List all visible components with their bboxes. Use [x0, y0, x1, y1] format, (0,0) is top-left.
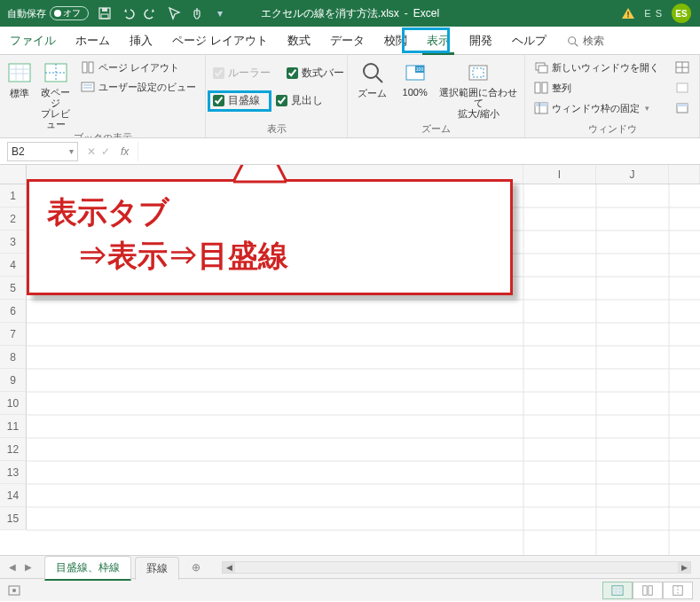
row-header-14[interactable]: 14 — [0, 484, 27, 507]
headings-checkbox-label: 見出し — [291, 93, 323, 108]
horizontal-scrollbar[interactable]: ◀ ▶ — [222, 561, 691, 574]
tab-page-layout[interactable]: ページ レイアウト — [162, 27, 278, 54]
autosave-pill[interactable]: オフ — [50, 6, 89, 20]
add-sheet-button[interactable]: ⊕ — [183, 559, 209, 575]
tab-view[interactable]: 表示 — [417, 27, 460, 54]
row-header-10[interactable]: 10 — [0, 392, 27, 415]
gridlines-checkbox-input[interactable] — [213, 95, 224, 106]
touch-icon[interactable] — [190, 6, 204, 20]
row-header-1[interactable]: 1 — [0, 184, 27, 207]
account-avatar[interactable]: ES — [672, 4, 691, 23]
row-header-8[interactable]: 8 — [0, 346, 27, 369]
svg-rect-67 — [643, 585, 647, 595]
row-header-11[interactable]: 11 — [0, 415, 27, 438]
row-header-7[interactable]: 7 — [0, 323, 27, 346]
formula-bar-checkbox[interactable]: 数式バー — [285, 64, 346, 82]
freeze-panes-button[interactable]: ウィンドウ枠の固定 ▾ — [531, 99, 663, 117]
column-header-j[interactable]: J — [596, 165, 669, 184]
save-icon[interactable] — [98, 6, 112, 20]
formula-input[interactable] — [138, 142, 700, 161]
scroll-right-icon[interactable]: ▶ — [678, 562, 690, 573]
scroll-left-icon[interactable]: ◀ — [223, 562, 235, 573]
row-header-13[interactable]: 13 — [0, 461, 27, 484]
unhide-window-button[interactable] — [672, 99, 693, 117]
ruler-checkbox-input — [213, 67, 224, 79]
row-header-12[interactable]: 12 — [0, 438, 27, 461]
chevron-down-icon[interactable]: ▾ — [69, 146, 74, 156]
svg-rect-29 — [535, 82, 540, 93]
svg-rect-25 — [469, 66, 487, 80]
group-workbook-views: 標準 改ページプレビュー ページ レイアウト — [0, 55, 206, 137]
tab-insert[interactable]: 挿入 — [120, 27, 162, 54]
tab-help[interactable]: ヘルプ — [502, 27, 556, 54]
search-icon — [567, 35, 579, 48]
hide-window-button[interactable] — [672, 79, 693, 97]
zoom-100-button[interactable]: 100 100% — [396, 59, 435, 98]
row-header-5[interactable]: 5 — [0, 277, 27, 300]
sheet-tab-gridlines[interactable]: 目盛線、枠線 — [44, 556, 131, 581]
tab-review[interactable]: 校閲 — [374, 27, 417, 54]
svg-rect-32 — [535, 103, 547, 106]
svg-rect-19 — [83, 87, 92, 89]
row-header-9[interactable]: 9 — [0, 369, 27, 392]
row-header-2[interactable]: 2 — [0, 207, 27, 231]
name-box[interactable]: B2 ▾ — [7, 142, 78, 161]
qat-overflow-icon[interactable]: ▾ — [213, 6, 227, 20]
page-layout-icon — [81, 60, 95, 74]
sheet-tab-borders[interactable]: 罫線 — [135, 557, 179, 580]
sheet-nav-prev-icon[interactable]: ◀ — [5, 560, 20, 574]
cells-area[interactable]: 表示タブ ⇒表示⇒目盛線 — [27, 184, 700, 555]
sheet-nav-next-icon[interactable]: ▶ — [21, 560, 35, 574]
undo-icon[interactable] — [121, 6, 135, 20]
cursor-icon[interactable] — [167, 6, 181, 20]
row-header-15[interactable]: 15 — [0, 507, 27, 530]
custom-views-button[interactable]: ユーザー設定のビュー — [77, 78, 200, 96]
split-window-button[interactable] — [672, 59, 693, 76]
record-macro-icon[interactable] — [7, 583, 21, 598]
column-header-rest[interactable] — [669, 165, 700, 184]
plus-icon: ⊕ — [192, 561, 201, 574]
page-break-view-switch[interactable] — [663, 582, 693, 599]
tab-file[interactable]: ファイル — [0, 27, 66, 54]
tab-data[interactable]: データ — [320, 27, 374, 54]
enter-icon[interactable]: ✓ — [101, 145, 110, 158]
row-header-4[interactable]: 4 — [0, 254, 27, 277]
arrange-all-button[interactable]: 整列 — [531, 79, 663, 97]
zoom-to-selection-button[interactable]: 選択範囲に合わせて拡大/縮小 — [438, 59, 519, 119]
tab-formulas[interactable]: 数式 — [278, 27, 320, 54]
fx-icon[interactable]: fx — [115, 145, 129, 158]
page-layout-button[interactable]: ページ レイアウト — [77, 59, 200, 76]
gridlines-checkbox[interactable]: 目盛線 — [211, 91, 262, 110]
headings-checkbox[interactable]: 見出し — [274, 91, 325, 110]
new-window-button[interactable]: 新しいウィンドウを開く — [531, 59, 663, 76]
view-switcher — [602, 582, 693, 599]
page-layout-view-switch[interactable] — [633, 582, 663, 599]
headings-checkbox-input[interactable] — [276, 95, 287, 106]
normal-view-switch[interactable] — [602, 582, 633, 599]
row-headers[interactable]: 1 2 3 4 5 6 7 8 9 10 11 12 13 14 15 — [0, 184, 27, 530]
autosave-toggle[interactable]: 自動保存 オフ — [0, 6, 89, 20]
search-label: 検索 — [583, 34, 604, 49]
warning-icon[interactable] — [621, 6, 635, 20]
zoom-button[interactable]: ズーム — [353, 59, 392, 100]
app-name: Excel — [413, 7, 439, 20]
gridlines-checkbox-label: 目盛線 — [228, 93, 260, 108]
tell-me-search[interactable]: 検索 — [567, 34, 604, 54]
row-header-6[interactable]: 6 — [0, 300, 27, 323]
tab-developer[interactable]: 開発 — [460, 27, 502, 54]
quick-access-toolbar: ▾ — [89, 6, 236, 20]
sheet-nav[interactable]: ◀ ▶ — [0, 560, 41, 574]
name-box-value: B2 — [12, 145, 25, 158]
formula-bar-checkbox-input[interactable] — [287, 67, 298, 79]
svg-rect-2 — [101, 14, 108, 19]
page-break-preview-button[interactable]: 改ページプレビュー — [37, 59, 74, 129]
spreadsheet-grid[interactable]: I J 1 2 3 4 5 6 7 8 9 10 11 12 13 14 15 — [0, 165, 700, 555]
cancel-icon[interactable]: ✕ — [87, 145, 96, 158]
select-all-corner[interactable] — [0, 165, 27, 184]
redo-icon[interactable] — [144, 6, 158, 20]
normal-view-button[interactable]: 標準 — [5, 59, 34, 100]
tab-home[interactable]: ホーム — [66, 27, 120, 54]
window-title: エクセルの線を消す方法.xlsx - Excel — [261, 6, 439, 21]
column-header-i[interactable]: I — [523, 165, 596, 184]
row-header-3[interactable]: 3 — [0, 231, 27, 254]
